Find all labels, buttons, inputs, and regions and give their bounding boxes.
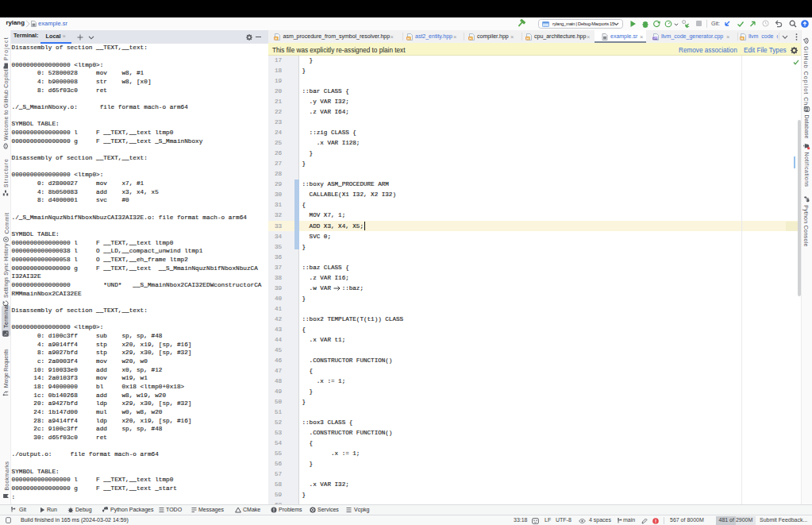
svg-text:H: H (741, 36, 743, 40)
svg-text:H: H (526, 36, 529, 40)
svg-text:H: H (275, 36, 277, 40)
svg-text:H: H (469, 36, 471, 40)
svg-text:C++: C++ (652, 37, 657, 40)
svg-text:H: H (407, 36, 410, 40)
